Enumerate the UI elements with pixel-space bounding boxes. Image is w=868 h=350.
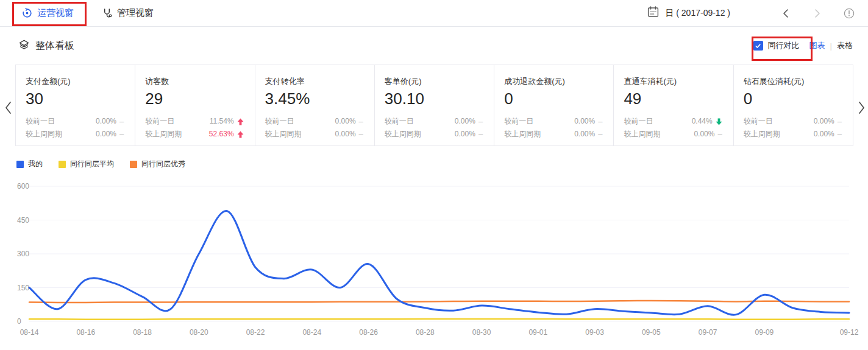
- compare-row-value-group: 0.00%–: [96, 128, 124, 141]
- metric-title: 访客数: [145, 76, 246, 87]
- metric-compare-row: 较上周同期0.00%–: [26, 128, 126, 141]
- x-axis-tick: 08-26: [359, 328, 378, 337]
- metric-value: 0: [744, 89, 844, 108]
- compare-row-label: 较前一日: [265, 115, 294, 128]
- metric-compare-row: 较上周同期0.00%–: [744, 128, 844, 141]
- trend-flat-dash: –: [598, 128, 602, 141]
- metric-card[interactable]: 钻石展位消耗(元)0较前一日0.00%–较上周同期0.00%–: [734, 65, 853, 145]
- legend-label-mine: 我的: [28, 159, 43, 169]
- metric-card[interactable]: 访客数29较前一日11.54%较上周同期52.63%: [135, 65, 255, 145]
- compare-row-label: 较前一日: [504, 115, 533, 128]
- cards-prev-button[interactable]: [2, 99, 14, 116]
- compare-row-label: 较上周同期: [385, 128, 421, 141]
- y-axis-tick: 600: [17, 182, 29, 191]
- metric-card[interactable]: 支付转化率3.45%较前一日0.00%–较上周同期0.00%–: [255, 65, 375, 145]
- trend-flat-dash: –: [359, 115, 363, 128]
- metric-title: 成功退款金额(元): [504, 76, 605, 87]
- active-tab-underline: [20, 24, 76, 26]
- trend-flat-dash: –: [838, 115, 842, 128]
- metric-title: 客单价(元): [385, 76, 485, 87]
- x-axis-tick: 08-28: [416, 328, 435, 337]
- metric-compare-row: 较前一日0.00%–: [265, 115, 366, 128]
- compare-row-value: 0.00%: [335, 115, 356, 128]
- metric-compare-row: 较前一日0.00%–: [26, 115, 126, 128]
- series-line-我的: [29, 211, 849, 315]
- y-axis-tick: 450: [17, 216, 29, 225]
- metric-value: 49: [624, 89, 724, 108]
- x-axis-tick: 08-18: [133, 328, 152, 337]
- x-axis-tick: 09-01: [528, 328, 547, 337]
- date-next-button[interactable]: [811, 7, 824, 20]
- peer-compare-label: 同行对比: [768, 40, 800, 51]
- compare-row-value: 0.00%: [96, 115, 116, 128]
- trend-up-arrow-icon: [237, 131, 244, 138]
- compare-row-value-group: 0.00%–: [574, 128, 602, 141]
- cards-next-button[interactable]: [855, 99, 867, 116]
- date-prev-button[interactable]: [779, 7, 792, 20]
- tab-management-label: 管理视窗: [117, 7, 154, 19]
- compare-row-label: 较前一日: [26, 115, 55, 128]
- calendar-icon: [647, 6, 659, 20]
- x-axis-tick: 09-03: [585, 328, 604, 337]
- trend-flat-dash: –: [478, 115, 483, 128]
- trend-up-arrow-icon: [237, 118, 244, 125]
- layers-icon: [18, 39, 30, 53]
- x-axis-tick: 08-20: [190, 328, 208, 337]
- x-axis-tick: 09-12: [840, 328, 859, 337]
- board-title-group: 整体看板: [18, 39, 74, 53]
- series-line-同行同层平均: [29, 319, 849, 320]
- dashboard-page: 运营视窗 管理视窗: [0, 0, 868, 350]
- x-axis-tick: 08-16: [76, 328, 95, 337]
- compare-row-label: 较前一日: [624, 115, 653, 128]
- metric-card[interactable]: 支付金额(元)30较前一日0.00%–较上周同期0.00%–: [16, 65, 135, 145]
- view-switch: 图表 | 表格: [809, 40, 853, 51]
- board-title: 整体看板: [35, 40, 74, 52]
- series-line-同行同层优秀: [29, 301, 849, 303]
- legend-item-mine[interactable]: 我的: [16, 159, 43, 169]
- metric-card[interactable]: 成功退款金额(元)0较前一日0.00%–较上周同期0.00%–: [494, 65, 614, 145]
- metric-card[interactable]: 直通车消耗(元)49较前一日0.44%较上周同期0.00%–: [614, 65, 733, 145]
- peer-compare-checkbox[interactable]: [753, 41, 763, 51]
- compare-row-value-group: 0.44%: [692, 115, 722, 128]
- compare-row-value-group: 0.00%–: [455, 128, 483, 141]
- y-axis-tick: 0: [17, 317, 21, 326]
- tab-operation-view[interactable]: 运营视窗: [18, 0, 77, 26]
- legend-label-peer-average: 同行同层平均: [70, 159, 114, 169]
- compare-row-value: 0.00%: [814, 115, 834, 128]
- legend-item-peer-average[interactable]: 同行同层平均: [59, 159, 114, 169]
- compare-row-value: 0.00%: [694, 128, 714, 141]
- peer-compare-toggle[interactable]: 同行对比: [752, 38, 801, 54]
- x-axis-tick: 08-14: [20, 328, 39, 337]
- trend-flat-dash: –: [359, 128, 363, 141]
- compare-row-value-group: 0.00%–: [814, 115, 842, 128]
- metric-card[interactable]: 客单价(元)30.10较前一日0.00%–较上周同期0.00%–: [375, 65, 494, 145]
- metric-compare-row: 较前一日0.00%–: [744, 115, 844, 128]
- metric-compare-row: 较上周同期52.63%: [145, 128, 246, 141]
- view-separator: |: [830, 41, 832, 51]
- compare-row-label: 较前一日: [744, 115, 773, 128]
- top-bar: 运营视窗 管理视窗: [0, 0, 868, 27]
- trend-chart[interactable]: 015030045060008-1408-1608-1808-2008-2208…: [0, 175, 868, 350]
- metric-compare-row: 较上周同期0.00%–: [624, 128, 724, 141]
- trend-flat-dash: –: [717, 128, 722, 141]
- metric-value: 30.10: [385, 89, 485, 108]
- compare-row-value: 11.54%: [210, 115, 234, 128]
- info-icon[interactable]: [844, 8, 855, 19]
- compare-row-value-group: 0.00%–: [96, 115, 124, 128]
- legend-label-peer-excellent: 同行同层优秀: [141, 159, 185, 169]
- view-table-link[interactable]: 表格: [837, 40, 853, 51]
- compare-row-value: 0.44%: [692, 115, 713, 128]
- x-axis-tick: 09-09: [755, 328, 774, 337]
- x-axis-tick: 08-24: [302, 328, 321, 337]
- tab-management-view[interactable]: 管理视窗: [98, 0, 157, 26]
- tab-operation-label: 运营视窗: [37, 7, 74, 19]
- x-axis-tick: 09-05: [642, 328, 661, 337]
- metric-value: 30: [26, 89, 126, 108]
- view-chart-link[interactable]: 图表: [809, 40, 825, 51]
- compare-row-value-group: 0.00%–: [335, 128, 363, 141]
- metric-compare-row: 较上周同期0.00%–: [265, 128, 366, 141]
- compare-row-label: 较前一日: [385, 115, 414, 128]
- compare-row-label: 较上周同期: [504, 128, 541, 141]
- legend-item-peer-excellent[interactable]: 同行同层优秀: [130, 159, 185, 169]
- date-picker[interactable]: 日 ( 2017-09-12 ): [647, 6, 730, 20]
